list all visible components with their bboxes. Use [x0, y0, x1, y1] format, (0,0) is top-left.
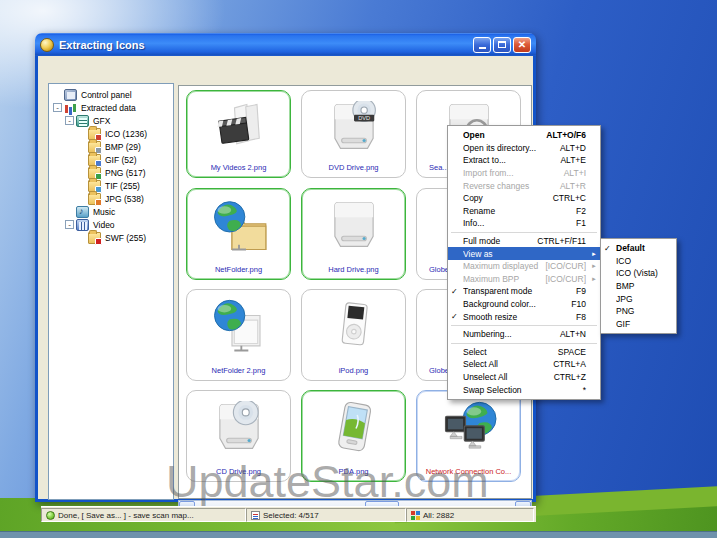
tree-item-gfx[interactable]: -GFX [49, 114, 173, 127]
tree-item-label: Video [92, 220, 116, 230]
menu-item-label: GIF [616, 319, 670, 329]
my-videos-icon [187, 96, 290, 158]
submenu-item-ico-vista[interactable]: ICO (Vista) [601, 267, 676, 280]
menu-item-copy[interactable]: CopyCTRL+C [448, 192, 600, 205]
menu-item-reverse-changes[interactable]: Reverse changesALT+R [448, 179, 600, 192]
menu-item-label: Unselect All [463, 372, 548, 382]
menu-item-label: Numbering... [463, 329, 554, 339]
tree-item-control[interactable]: Control panel [49, 88, 173, 101]
submenu-arrow-icon: ► [591, 276, 597, 282]
menu-item-label: Rename [463, 206, 570, 216]
gfx-icon [76, 115, 89, 127]
folder-tree: Control panel-Extracted data-GFXICO (123… [48, 83, 174, 500]
tree-item-bmp[interactable]: BMP (29) [49, 140, 173, 153]
menu-item-numbering[interactable]: Numbering...ALT+N [448, 328, 600, 341]
menu-item-swap-selection[interactable]: Swap Selection* [448, 383, 600, 396]
music-icon [76, 206, 89, 218]
title-bar[interactable]: Extracting Icons ✕ [35, 33, 536, 56]
maximize-button[interactable] [493, 37, 511, 53]
background-window-edge [0, 531, 717, 538]
tree-item-video[interactable]: -Video [49, 218, 173, 231]
menu-item-shortcut: ALT+N [560, 329, 586, 339]
menu-item-rename[interactable]: RenameF2 [448, 205, 600, 218]
submenu-item-png[interactable]: PNG [601, 305, 676, 318]
folder-ico-icon [88, 128, 101, 140]
menu-item-label: Import from... [463, 168, 558, 178]
tree-item-ico[interactable]: ICO (1236) [49, 127, 173, 140]
menu-item-label: BMP [616, 281, 670, 291]
submenu-item-jpg[interactable]: JPG [601, 292, 676, 305]
grid-cell-netfolder-png[interactable]: NetFolder.png [186, 188, 291, 280]
video-icon [76, 219, 89, 231]
menu-item-label: ICO [616, 256, 670, 266]
menu-item-import-from[interactable]: Import from...ALT+I [448, 167, 600, 180]
menu-item-smooth-resize[interactable]: ✓Smooth resizeF8 [448, 310, 600, 323]
tree-item-label: JPG (538) [104, 194, 145, 204]
menu-item-extract-to[interactable]: Extract to...ALT+E [448, 154, 600, 167]
grid-cell-label: My Videos 2.png [189, 163, 288, 172]
status-panel-2: Selected: 4/517 [246, 508, 406, 522]
menu-item-label: Background color... [463, 299, 565, 309]
grid-cell-netfolder-2-png[interactable]: NetFolder 2.png [186, 289, 291, 381]
minimize-button[interactable] [473, 37, 491, 53]
menu-item-full-mode[interactable]: Full modeCTRL+F/F11 [448, 235, 600, 248]
menu-item-unselect-all[interactable]: Unselect AllCTRL+Z [448, 371, 600, 384]
checkmark-icon: ✓ [451, 287, 461, 296]
status-text: All: 2882 [423, 511, 454, 520]
submenu-item-default[interactable]: ✓Default [601, 242, 676, 255]
submenu-item-gif[interactable]: GIF [601, 318, 676, 331]
tree-item-png[interactable]: PNG (517) [49, 166, 173, 179]
tree-item-extracted[interactable]: -Extracted data [49, 101, 173, 114]
tree-item-jpg[interactable]: JPG (538) [49, 192, 173, 205]
window-title: Extracting Icons [59, 39, 473, 51]
tree-expander-icon[interactable]: - [65, 116, 74, 125]
menu-item-view-as[interactable]: View as► [448, 247, 600, 260]
menu-item-select[interactable]: SelectSPACE [448, 346, 600, 359]
total-count-icon [411, 511, 420, 520]
tree-item-label: BMP (29) [104, 142, 142, 152]
menu-item-transparent-mode[interactable]: ✓Transparent modeF9 [448, 285, 600, 298]
tree-expander-icon[interactable]: - [53, 103, 62, 112]
tree-item-tif[interactable]: TIF (255) [49, 179, 173, 192]
menu-item-select-all[interactable]: Select AllCTRL+A [448, 358, 600, 371]
folder-png-icon [88, 167, 101, 179]
menu-item-label: JPG [616, 294, 670, 304]
tree-item-swf[interactable]: SWF (255) [49, 231, 173, 244]
status-text: Done, [ Save as... ] - save scan map... [58, 511, 194, 520]
tree-expander-icon[interactable]: - [65, 220, 74, 229]
grid-cell-hard-drive-png[interactable]: Hard Drive.png [301, 188, 406, 280]
grid-cell-my-videos-2-png[interactable]: My Videos 2.png [186, 90, 291, 178]
menu-item-label: Maximum displayed size [463, 261, 539, 271]
grid-cell-ipod-png[interactable]: iPod.png [301, 289, 406, 381]
menu-item-open[interactable]: OpenALT+O/F6 [448, 129, 600, 142]
folder-gif-icon [88, 154, 101, 166]
menu-item-shortcut: CTRL+A [553, 359, 586, 369]
menu-item-shortcut: ALT+R [560, 181, 586, 191]
ipod-icon [302, 295, 405, 357]
menu-item-shortcut: CTRL+F/F11 [537, 236, 586, 246]
context-menu: OpenALT+O/F6Open its directory...ALT+DEx… [447, 125, 601, 400]
menu-item-label: ICO (Vista) [616, 268, 670, 278]
menu-item-shortcut: [ICO/CUR] [545, 274, 586, 284]
menu-item-maximum-displayed-size[interactable]: Maximum displayed size[ICO/CUR]► [448, 260, 600, 273]
grid-cell-dvd-drive-png[interactable]: DVDDVD Drive.png [301, 90, 406, 178]
grid-cell-label: iPod.png [304, 366, 403, 375]
menu-item-label: View as [463, 249, 586, 259]
close-button[interactable]: ✕ [513, 37, 531, 53]
grid-cell-network-connection-co[interactable]: Network Connection Co... [416, 390, 521, 482]
grid-cell-pda-png[interactable]: PDA.png [301, 390, 406, 482]
grid-cell-label: CD Drive.png [189, 467, 288, 476]
menu-item-open-its-directory[interactable]: Open its directory...ALT+D [448, 142, 600, 155]
grid-cell-label: PDA.png [304, 467, 403, 476]
menu-item-label: Transparent mode [463, 286, 570, 296]
submenu-item-ico[interactable]: ICO [601, 255, 676, 268]
tree-item-gif[interactable]: GIF (52) [49, 153, 173, 166]
menu-item-background-color[interactable]: Background color...F10 [448, 298, 600, 311]
submenu-item-bmp[interactable]: BMP [601, 280, 676, 293]
menu-item-shortcut: F9 [576, 286, 586, 296]
grid-cell-cd-drive-png[interactable]: CD Drive.png [186, 390, 291, 482]
menu-item-info[interactable]: Info...F1 [448, 217, 600, 230]
menu-item-maximum-bpp[interactable]: Maximum BPP[ICO/CUR]► [448, 273, 600, 286]
menu-item-shortcut: F8 [576, 312, 586, 322]
tree-item-music[interactable]: Music [49, 205, 173, 218]
